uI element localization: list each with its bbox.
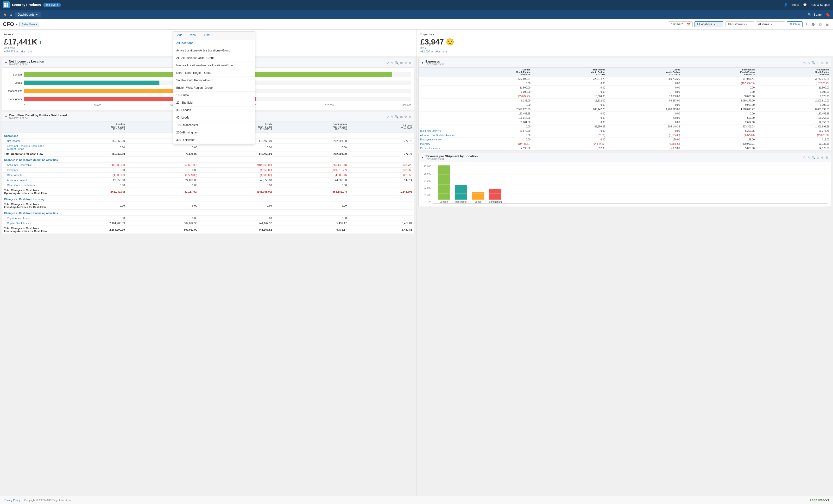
- settings-icon-exp[interactable]: ⚙: [821, 61, 824, 65]
- dropdown-item-5[interactable]: South--South Region--Group: [173, 77, 255, 84]
- dashboards-nav[interactable]: Dashboards ▾: [15, 12, 41, 17]
- customers-filter[interactable]: All customers ▾: [725, 21, 754, 27]
- investing-link[interactable]: Changes in Cash from Investing: [4, 198, 45, 200]
- vbar-leeds: Leeds: [472, 192, 484, 203]
- dashboards-chevron: ▾: [36, 13, 38, 16]
- clear-button[interactable]: ⚗ Clear: [787, 21, 803, 27]
- delete-icon-cf[interactable]: 🗑: [409, 115, 412, 119]
- print-button[interactable]: 🖨: [824, 22, 830, 27]
- edit-icon-rev[interactable]: ✎: [808, 156, 810, 160]
- dropdown-item-3[interactable]: Inactive Locations--Inactive Locations--…: [173, 62, 255, 69]
- edit-icon-exp[interactable]: ✎: [808, 61, 810, 65]
- dropdown-item-10[interactable]: 40--Leeds: [173, 114, 255, 121]
- dropdown-item-2[interactable]: All--All Business Units--Group: [173, 54, 255, 62]
- dropdown-item-7[interactable]: 10--Bristol: [173, 92, 255, 99]
- table-row: Total Operations for Cash Flow 356,650.0…: [2, 151, 414, 157]
- customers-chevron: ▾: [746, 23, 747, 26]
- table-row: Total Changes in Cash from Financing Act…: [2, 226, 414, 234]
- settings-icon-cf[interactable]: ⚙: [404, 115, 407, 119]
- revenue-chart: £7,000 £5,600 £4,200 £2,800 £1,400 £0: [419, 162, 831, 207]
- table-row-prepaid: Prepaid Expenses 4,998.008,997.005,089.0…: [419, 146, 831, 150]
- favorite-icon[interactable]: ★: [3, 12, 7, 17]
- search-icon: 🔍: [808, 13, 812, 16]
- due-from-link[interactable]: Due From Entity 40: [420, 129, 441, 132]
- table-row: (69,874.75)18,000.0010,000.0050,000.008,…: [419, 94, 831, 99]
- bookmark-icon[interactable]: 🔖: [825, 12, 830, 17]
- financing-link[interactable]: Changes in Cash from Financing Activitie…: [4, 212, 58, 215]
- dropdown-item-11[interactable]: 100--Manchester: [173, 121, 255, 129]
- location-dropdown: Add View Find ... All locations Active L…: [173, 31, 255, 144]
- sage-intacct-logo: sage Intacct: [810, 498, 829, 502]
- allowance-link[interactable]: Allowance For Doubtful Accounts: [420, 134, 455, 137]
- privacy-link[interactable]: Privacy Policy: [4, 499, 20, 502]
- delete-icon-rev[interactable]: 🗑: [825, 156, 828, 160]
- app-name: Security Products: [12, 3, 41, 7]
- dropdown-item-8[interactable]: 20--Sheffield: [173, 99, 255, 106]
- expand-icon-chart[interactable]: ⊞: [400, 61, 403, 65]
- table-row: 2,578,220.93806,142.731,203,619.864,018,…: [419, 107, 831, 112]
- dropdown-item-9[interactable]: 30--London: [173, 106, 255, 114]
- location-chevron: ▾: [713, 23, 715, 26]
- filter-icon-rev[interactable]: ⚗: [803, 156, 806, 160]
- add-button[interactable]: +: [805, 22, 809, 27]
- table-row: Inventory 0.000.00(4,350.00)(329,515.27)…: [2, 168, 414, 173]
- table-row: 106,018.990.00250.00500.00106,768.99: [419, 116, 831, 120]
- chat-icon: 💬: [803, 3, 807, 6]
- table-row: Payments on Loans 0.000.000.000.00: [2, 216, 414, 221]
- dropdown-tab-find[interactable]: Find ...: [200, 31, 217, 39]
- filter-icon-cf[interactable]: ⚗: [386, 115, 389, 119]
- settings-icon-rev[interactable]: ⚙: [821, 156, 824, 160]
- user-name[interactable]: Bob S: [791, 3, 799, 6]
- dropdown-tab-view[interactable]: View: [186, 31, 200, 39]
- zoom-icon-exp[interactable]: 🔍: [812, 61, 815, 65]
- top-level-badge[interactable]: Top level ▾: [43, 3, 61, 7]
- cfo-dropdown-btn[interactable]: ▾: [16, 22, 18, 26]
- expand-icon-exp[interactable]: ⊞: [817, 61, 819, 65]
- inventory-link[interactable]: Inventory: [420, 143, 430, 145]
- table-row: 11,500.000.000.000.0011,500.00: [419, 86, 831, 90]
- vbar-birmingham: Birmingham: [489, 189, 502, 203]
- table-row: 69,684.500.000.002,672.0072,356.50: [419, 120, 831, 124]
- filter-icon-chart[interactable]: ⚗: [386, 61, 389, 65]
- delete-icon-exp[interactable]: 🗑: [825, 61, 828, 65]
- op-changes-link[interactable]: Changes in Cash from Operating Activitie…: [4, 159, 58, 161]
- zoom-icon-chart[interactable]: 🔍: [395, 61, 399, 65]
- zoom-icon-rev[interactable]: 🔍: [812, 156, 815, 160]
- expand-icon-cf[interactable]: ⊞: [400, 115, 403, 119]
- settings-icon-chart[interactable]: ⚙: [404, 61, 407, 65]
- operations-link[interactable]: Operations: [4, 135, 18, 137]
- dropdown-item-13[interactable]: 300--Leicester: [173, 136, 255, 144]
- dropdown-item-12[interactable]: 200--Birmingham: [173, 129, 255, 136]
- dropdown-item-6[interactable]: Bristol--West Region--Group: [173, 84, 255, 92]
- delete-icon-chart[interactable]: 🗑: [409, 61, 412, 65]
- expenses-section-header[interactable]: ▼ Expenses 10/03/2019 09:34 ⚗ ✎ 🔍 ⊞ ⚙ 🗑: [419, 58, 831, 68]
- location-filter[interactable]: All locations ▾: [694, 21, 723, 27]
- dropdown-item-4[interactable]: North--North Region--Group: [173, 69, 255, 77]
- zoom-icon-cf[interactable]: 🔍: [395, 115, 399, 119]
- table-row: Accounts Receivable (386,000.00)(97,607.…: [2, 163, 414, 168]
- help-link[interactable]: Help & Support: [811, 3, 830, 6]
- copy-button[interactable]: ⧉: [818, 22, 823, 27]
- up-arrow-icon: ↑: [39, 39, 42, 45]
- search-nav[interactable]: 🔍 Search: [808, 13, 824, 16]
- sales-view-btn[interactable]: Sales View ▾: [20, 22, 39, 27]
- prepaid-link[interactable]: Prepaid Expenses: [420, 147, 439, 149]
- dropdown-item-1[interactable]: Active Locations--Active Locations--Grou…: [173, 47, 255, 54]
- expand-icon-rev[interactable]: ⊞: [817, 156, 819, 160]
- dropdown-item-0[interactable]: All locations: [173, 40, 255, 47]
- settings-button[interactable]: ⚙: [811, 22, 816, 27]
- date-picker[interactable]: 12/31/2018 📅: [669, 21, 693, 27]
- filter-icon-exp[interactable]: ⚗: [803, 61, 806, 65]
- edit-icon-cf[interactable]: ✎: [391, 115, 394, 119]
- items-chevron: ▾: [770, 23, 772, 26]
- edit-icon-chart[interactable]: ✎: [391, 61, 394, 65]
- user-icon: 👤: [784, 3, 788, 6]
- home-icon[interactable]: ⌂: [9, 12, 12, 17]
- expenses-table: LondonMonth Ending12/31/2018 ManchesterM…: [419, 68, 831, 150]
- app-logo: [3, 1, 9, 8]
- items-filter[interactable]: All items ▾: [756, 21, 785, 27]
- dropdown-tab-add[interactable]: Add: [173, 31, 186, 39]
- revenue-section-header[interactable]: ▼ Revenue per Shipment by Location 10/03…: [419, 153, 831, 162]
- vbar-london: London: [438, 165, 450, 203]
- employee-advances-link[interactable]: Employee Advances: [420, 138, 442, 141]
